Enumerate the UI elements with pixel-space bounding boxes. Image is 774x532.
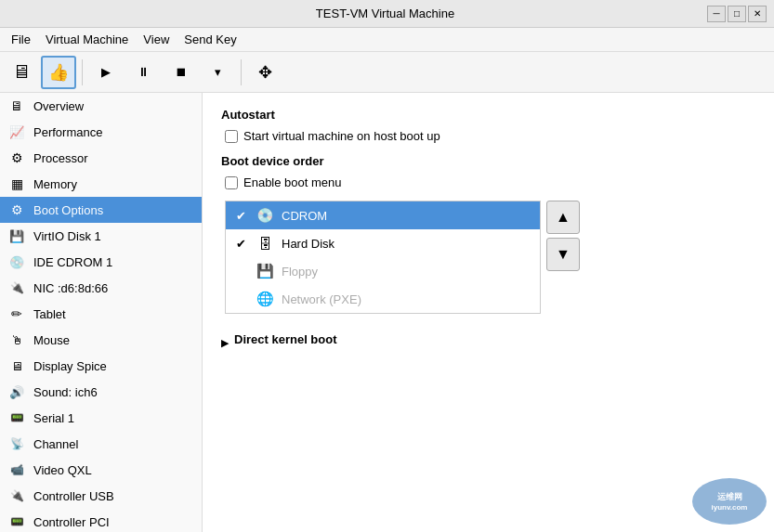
window-controls: ─ □ ✕	[707, 6, 767, 22]
autostart-label: Start virtual machine on host boot up	[243, 129, 440, 143]
sidebar-label-ide: IDE CDROM 1	[33, 255, 112, 269]
sidebar-item-sound[interactable]: Sound: ich6	[0, 379, 202, 405]
autostart-checkbox[interactable]	[225, 130, 238, 143]
sidebar-item-tablet[interactable]: Tablet	[0, 301, 202, 327]
sidebar-item-channel[interactable]: Channel	[0, 431, 202, 457]
sidebar-item-virtio-disk[interactable]: VirtIO Disk 1	[0, 223, 202, 249]
sidebar-label-nic: NIC :d6:8d:66	[33, 281, 108, 295]
sidebar-label-display: Display Spice	[33, 359, 107, 373]
sidebar-item-nic[interactable]: NIC :d6:8d:66	[0, 275, 202, 301]
cdrom-label: CDROM	[282, 209, 327, 223]
autostart-title: Autostart	[221, 108, 755, 122]
watermark-line1: 运维网	[717, 491, 742, 503]
dropdown-icon: ▾	[215, 65, 221, 79]
menu-send-key[interactable]: Send Key	[177, 31, 243, 48]
boot-device-floppy[interactable]: Floppy	[226, 257, 540, 285]
sidebar-item-overview[interactable]: Overview	[0, 93, 202, 119]
sidebar-label-sound: Sound: ich6	[33, 385, 98, 399]
sidebar-label-mouse: Mouse	[33, 333, 70, 347]
floppy-label: Floppy	[282, 265, 318, 279]
toolbar-separator-2	[241, 59, 242, 85]
floppy-check-icon	[233, 265, 248, 279]
virtio-icon	[7, 227, 26, 245]
sidebar-label-processor: Processor	[33, 151, 88, 165]
menu-bar: File Virtual Machine View Send Key	[0, 28, 774, 52]
cdrom-check-icon: ✔	[233, 209, 248, 223]
minimize-button[interactable]: ─	[707, 6, 726, 22]
move-down-button[interactable]: ▼	[546, 238, 580, 271]
sidebar-item-processor[interactable]: Processor	[0, 145, 202, 171]
title-bar: TEST-VM Virtual Machine ─ □ ✕	[0, 0, 774, 28]
network-check-icon	[233, 292, 248, 306]
sound-icon	[7, 383, 26, 401]
pause-button[interactable]: ⏸	[125, 56, 161, 89]
toolbar-separator	[82, 59, 83, 85]
watermark-line2: iyunv.com	[712, 503, 748, 512]
sidebar-label-channel: Channel	[33, 437, 78, 451]
move-up-icon: ▲	[556, 209, 571, 226]
mouse-icon	[7, 331, 26, 349]
boot-icon: ⚙	[7, 201, 26, 219]
sidebar-item-ide-cdrom[interactable]: IDE CDROM 1	[0, 249, 202, 275]
thumb-button[interactable]	[41, 56, 76, 89]
network-icon	[256, 291, 274, 307]
nic-icon	[7, 279, 26, 297]
sidebar-item-serial[interactable]: Serial 1	[0, 405, 202, 431]
sidebar-label-video: Video QXL	[33, 463, 92, 477]
hdd-check-icon: ✔	[233, 237, 248, 251]
boot-device-hdd[interactable]: ✔ Hard Disk	[226, 229, 540, 257]
sidebar-item-memory[interactable]: Memory	[0, 171, 202, 197]
sidebar-item-mouse[interactable]: Mouse	[0, 327, 202, 353]
sidebar-item-controller-pci[interactable]: Controller PCI	[0, 509, 202, 532]
processor-icon	[7, 149, 26, 167]
display-icon	[7, 357, 26, 375]
usb-icon	[7, 487, 26, 505]
boot-device-order-title: Boot device order	[221, 154, 755, 168]
ide-icon	[7, 253, 26, 271]
play-icon: ▶	[101, 65, 111, 79]
autostart-row: Start virtual machine on host boot up	[225, 129, 755, 143]
main-layout: Overview Performance Processor Memory ⚙ …	[0, 93, 774, 532]
video-icon	[7, 461, 26, 479]
move-down-icon: ▼	[556, 246, 571, 263]
enable-boot-menu-row: Enable boot menu	[225, 175, 755, 189]
fullscreen-button[interactable]: ✥	[247, 56, 282, 89]
sidebar-label-boot-options: Boot Options	[33, 203, 103, 217]
menu-view[interactable]: View	[136, 31, 177, 48]
sidebar-item-video-qxl[interactable]: Video QXL	[0, 457, 202, 483]
stop-dropdown-button[interactable]: ▾	[200, 56, 235, 89]
monitor-icon	[12, 61, 31, 83]
stop-button[interactable]: ⏹	[163, 56, 198, 89]
thumb-icon	[48, 62, 69, 83]
performance-icon	[7, 123, 26, 141]
sidebar-label-usb: Controller USB	[33, 489, 114, 503]
boot-order-list: ✔ CDROM ✔ Hard Disk Floppy	[225, 201, 541, 314]
hdd-label: Hard Disk	[282, 237, 335, 251]
maximize-button[interactable]: □	[728, 6, 746, 22]
memory-icon	[7, 175, 26, 193]
boot-order-container: ✔ CDROM ✔ Hard Disk Floppy	[225, 201, 755, 314]
menu-virtual-machine[interactable]: Virtual Machine	[38, 31, 136, 48]
cdrom-icon	[256, 207, 274, 224]
sidebar-item-boot-options[interactable]: ⚙ Boot Options	[0, 197, 202, 223]
boot-device-network[interactable]: Network (PXE)	[226, 285, 540, 313]
sidebar-item-display-spice[interactable]: Display Spice	[0, 353, 202, 379]
sidebar-label-virtio: VirtIO Disk 1	[33, 229, 101, 243]
channel-icon	[7, 435, 26, 453]
overview-icon	[7, 97, 26, 115]
sidebar-item-controller-usb[interactable]: Controller USB	[0, 483, 202, 509]
close-button[interactable]: ✕	[748, 6, 767, 22]
sidebar-item-performance[interactable]: Performance	[0, 119, 202, 145]
network-label: Network (PXE)	[282, 292, 361, 306]
sidebar-label-performance: Performance	[33, 125, 102, 139]
boot-device-cdrom[interactable]: ✔ CDROM	[226, 201, 540, 229]
enable-boot-menu-label: Enable boot menu	[243, 175, 342, 189]
sidebar-label-memory: Memory	[33, 177, 77, 191]
play-button[interactable]: ▶	[88, 56, 124, 89]
direct-kernel-row[interactable]: ▶ Direct kernel boot	[221, 332, 755, 354]
menu-file[interactable]: File	[4, 31, 38, 48]
move-up-button[interactable]: ▲	[546, 201, 580, 234]
enable-boot-menu-checkbox[interactable]	[225, 176, 238, 189]
fullscreen-icon: ✥	[258, 62, 272, 83]
monitor-button[interactable]	[4, 56, 39, 89]
